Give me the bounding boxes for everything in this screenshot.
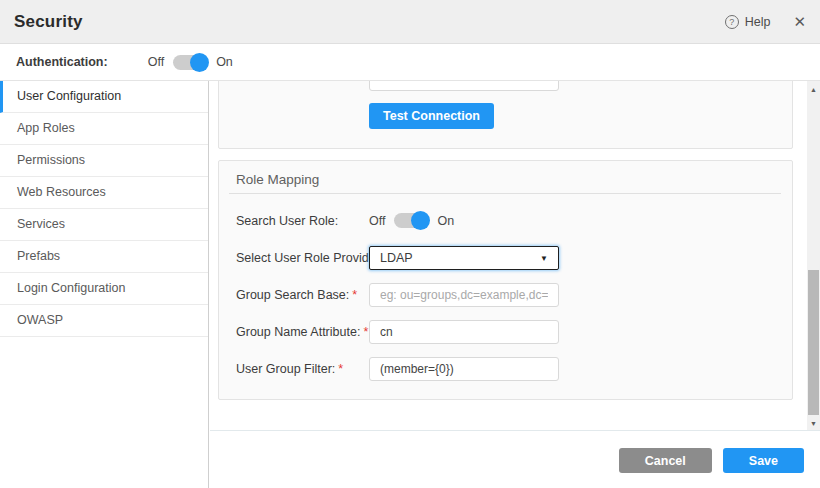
role-mapping-section: Role Mapping Search User Role: Off On Se… [218,160,793,400]
help-label: Help [745,15,771,29]
search-role-off-label: Off [369,214,385,228]
sidebar-item-login-configuration[interactable]: Login Configuration [0,273,208,305]
help-icon: ? [725,15,739,29]
group-name-attribute-row: Group Name Attribute:* [236,320,775,344]
authentication-label: Authentication: [16,55,108,69]
group-search-base-row: Group Search Base:* [236,283,775,307]
save-button[interactable]: Save [723,448,804,473]
required-asterisk: * [363,325,368,339]
auth-off-label: Off [148,55,164,69]
sidebar-item-owasp[interactable]: OWASP [0,305,208,337]
toggle-knob [190,53,209,72]
role-mapping-title: Role Mapping [236,172,319,187]
scroll-up-icon[interactable]: ▲ [807,83,820,96]
section-divider [229,193,781,194]
group-search-base-input[interactable] [369,283,559,307]
close-icon[interactable]: ✕ [793,14,806,29]
vertical-scrollbar[interactable]: ▲ ▼ [807,81,820,430]
sidebar-item-app-roles[interactable]: App Roles [0,113,208,145]
group-name-attribute-input[interactable] [369,320,559,344]
footer-actions: Cancel Save [210,431,820,488]
provider-label: Select User Role Provider: [236,251,383,265]
user-group-filter-row: User Group Filter:* [236,357,775,381]
search-role-on-label: On [437,214,454,228]
sidebar-item-services[interactable]: Services [0,209,208,241]
required-asterisk: * [352,288,357,302]
ldap-connection-section: Test Connection [218,81,793,149]
settings-sidebar: User Configuration App Roles Permissions… [0,81,209,488]
user-group-filter-input[interactable] [369,357,559,381]
chevron-down-icon: ▼ [540,254,548,263]
sidebar-item-user-configuration[interactable]: User Configuration [0,81,208,113]
cancel-button[interactable]: Cancel [619,448,712,473]
title-bar: Security ? Help ✕ [0,0,820,44]
provider-row: Select User Role Provider: LDAP ▼ [236,246,775,270]
sidebar-item-permissions[interactable]: Permissions [0,145,208,177]
sidebar-item-prefabs[interactable]: Prefabs [0,241,208,273]
user-role-provider-select[interactable]: LDAP ▼ [369,246,559,270]
provider-selected-value: LDAP [380,251,413,265]
help-button[interactable]: ? Help [725,15,771,29]
sidebar-item-web-resources[interactable]: Web Resources [0,177,208,209]
required-asterisk: * [338,362,343,376]
scroll-down-icon[interactable]: ▼ [807,417,820,430]
search-user-role-row: Search User Role: Off On [236,209,775,233]
scrollbar-thumb[interactable] [808,270,819,415]
page-title: Security [14,12,83,32]
group-search-base-label: Group Search Base:* [236,288,357,302]
authentication-bar: Authentication: Off On [0,44,820,81]
user-configuration-panel: Test Connection Role Mapping Search User… [210,81,807,430]
group-name-attribute-label: Group Name Attribute:* [236,325,368,339]
search-user-role-label: Search User Role: [236,214,338,228]
ldap-partial-input[interactable] [369,81,559,91]
search-user-role-toggle[interactable] [394,213,428,228]
toggle-knob [411,211,430,230]
test-connection-button[interactable]: Test Connection [369,103,494,129]
auth-on-label: On [216,55,233,69]
user-group-filter-label: User Group Filter:* [236,362,343,376]
authentication-toggle[interactable] [173,55,207,70]
